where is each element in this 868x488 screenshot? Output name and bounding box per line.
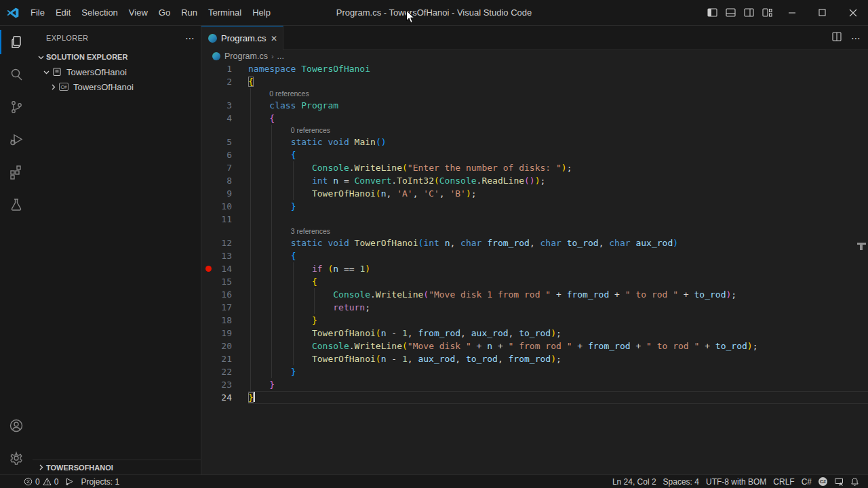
line-content[interactable]: TowerOfHanoi(n, 'A', 'C', 'B'); (248, 187, 868, 200)
line-content[interactable]: } (248, 391, 868, 404)
language-mode-status[interactable]: C# (798, 477, 815, 487)
menu-file[interactable]: File (25, 5, 50, 20)
code-line-7[interactable]: 7 Console.WriteLine("Enter the number of… (201, 161, 868, 174)
line-content[interactable]: { (248, 275, 868, 288)
line-content[interactable]: TowerOfHanoi(n - 1, from_rod, aux_rod, t… (248, 327, 868, 340)
line-content[interactable]: Console.WriteLine("Move disk 1 from rod … (248, 288, 868, 301)
code-line-21[interactable]: 21 TowerOfHanoi(n - 1, aux_rod, to_rod, … (201, 352, 868, 365)
line-number[interactable]: 16 (201, 288, 232, 301)
code-line-8[interactable]: 8 int n = Convert.ToInt32(Console.ReadLi… (201, 174, 868, 187)
code-line-6[interactable]: 6 { (201, 148, 868, 161)
menu-view[interactable]: View (123, 5, 153, 20)
line-number[interactable]: 13 (201, 249, 232, 262)
line-content[interactable]: { (248, 75, 868, 88)
line-content[interactable]: return; (248, 301, 868, 314)
source-control-icon[interactable] (0, 91, 33, 123)
views-more-actions-icon[interactable]: ⋯ (185, 33, 195, 43)
code-line-9[interactable]: 9 TowerOfHanoi(n, 'A', 'C', 'B'); (201, 187, 868, 200)
line-number[interactable]: 1 (201, 62, 232, 75)
code-line-14[interactable]: 14 if (n == 1) (201, 262, 868, 275)
code-area[interactable]: 1namespace TowersOfHanoi2{0 references3 … (201, 62, 868, 474)
line-number[interactable]: 17 (201, 301, 232, 314)
encoding-status[interactable]: UTF-8 with BOM (703, 477, 770, 487)
menu-help[interactable]: Help (247, 5, 276, 20)
code-line-1[interactable]: 1namespace TowersOfHanoi (201, 62, 868, 75)
menu-go[interactable]: Go (153, 5, 176, 20)
close-button[interactable] (837, 0, 868, 25)
code-line-5[interactable]: 5 static void Main() (201, 136, 868, 148)
code-line-17[interactable]: 17 return; (201, 301, 868, 314)
code-line-16[interactable]: 16 Console.WriteLine("Move disk 1 from r… (201, 288, 868, 301)
line-number[interactable]: 10 (201, 200, 232, 213)
debug-status-icon[interactable] (62, 477, 77, 486)
line-number[interactable]: 11 (201, 213, 232, 226)
code-line-2[interactable]: 2{ (201, 75, 868, 88)
explorer-icon[interactable] (0, 26, 33, 58)
code-line-24[interactable]: 24} (201, 391, 868, 404)
line-content[interactable]: { (248, 249, 868, 262)
csdevkit-icon[interactable]: C# (815, 477, 831, 486)
indentation-status[interactable]: Spaces: 4 (660, 477, 703, 487)
testing-icon[interactable] (0, 188, 33, 221)
customize-layout-icon[interactable] (758, 0, 776, 25)
projects-status[interactable]: Projects: 1 (77, 477, 123, 487)
line-content[interactable]: namespace TowersOfHanoi (248, 62, 868, 75)
line-number[interactable]: 7 (201, 161, 232, 174)
code-line-10[interactable]: 10 } (201, 200, 868, 213)
line-content[interactable]: } (248, 378, 868, 391)
line-content[interactable]: Console.WriteLine("Move disk " + n + " f… (248, 340, 868, 352)
codelens-references[interactable]: 0 references (201, 88, 868, 99)
accounts-icon[interactable] (0, 409, 33, 442)
codelens-references[interactable]: 0 references (201, 125, 868, 136)
line-content[interactable]: int n = Convert.ToInt32(Console.ReadLine… (248, 174, 868, 187)
line-content[interactable]: { (248, 112, 868, 125)
line-content[interactable]: { (248, 148, 868, 161)
minimap[interactable] (792, 60, 859, 121)
line-content[interactable]: static void TowerOfHanoi(int n, char fro… (248, 237, 868, 249)
code-line-23[interactable]: 23 } (201, 378, 868, 391)
code-line-22[interactable]: 22 } (201, 365, 868, 378)
notifications-bell-icon[interactable] (847, 477, 863, 486)
breakpoint-dot[interactable] (205, 266, 212, 272)
line-content[interactable]: if (n == 1) (248, 262, 868, 275)
line-content[interactable]: } (248, 314, 868, 327)
cursor-position-status[interactable]: Ln 24, Col 2 (609, 477, 660, 487)
code-line-13[interactable]: 13 { (201, 249, 868, 262)
line-number[interactable]: 23 (201, 378, 232, 391)
extensions-icon[interactable] (0, 156, 33, 188)
code-line-18[interactable]: 18 } (201, 314, 868, 327)
settings-gear-icon[interactable] (0, 442, 33, 474)
code-line-19[interactable]: 19 TowerOfHanoi(n - 1, from_rod, aux_rod… (201, 327, 868, 340)
line-content[interactable]: TowerOfHanoi(n - 1, aux_rod, to_rod, fro… (248, 352, 868, 365)
minimize-button[interactable] (776, 0, 807, 25)
tab-close-icon[interactable]: ✕ (271, 34, 277, 43)
tree-item-solution[interactable]: TowersOfHanoi (33, 64, 201, 79)
menu-selection[interactable]: Selection (76, 5, 123, 20)
breadcrumb-file[interactable]: Program.cs (224, 52, 268, 61)
more-actions-icon[interactable]: ⋯ (851, 33, 861, 43)
line-number[interactable]: 2 (201, 75, 232, 88)
line-number[interactable]: 6 (201, 148, 232, 161)
toggle-secondary-sidebar-icon[interactable] (740, 0, 758, 25)
tree-item-project[interactable]: C# TowersOfHanoi (33, 79, 201, 94)
code-line-15[interactable]: 15 { (201, 275, 868, 288)
tab-program-cs[interactable]: Program.cs ✕ (201, 26, 283, 50)
line-number[interactable]: 20 (201, 340, 232, 352)
code-line-12[interactable]: 12 static void TowerOfHanoi(int n, char … (201, 237, 868, 249)
line-number[interactable]: 5 (201, 136, 232, 148)
line-content[interactable]: Console.WriteLine("Enter the number of d… (248, 161, 868, 174)
line-number[interactable]: 22 (201, 365, 232, 378)
line-number[interactable]: 3 (201, 99, 232, 112)
toggle-sidebar-icon[interactable] (703, 0, 722, 25)
line-number[interactable]: 15 (201, 275, 232, 288)
solution-explorer-section[interactable]: SOLUTION EXPLORER (33, 49, 201, 64)
search-icon[interactable] (0, 58, 33, 91)
codelens-references[interactable]: 3 references (201, 226, 868, 237)
eol-status[interactable]: CRLF (770, 477, 797, 487)
code-line-4[interactable]: 4 { (201, 112, 868, 125)
line-content[interactable]: static void Main() (248, 136, 868, 148)
breadcrumb-symbol[interactable]: ... (277, 52, 284, 61)
menu-run[interactable]: Run (176, 5, 203, 20)
line-content[interactable]: } (248, 200, 868, 213)
line-number[interactable]: 18 (201, 314, 232, 327)
